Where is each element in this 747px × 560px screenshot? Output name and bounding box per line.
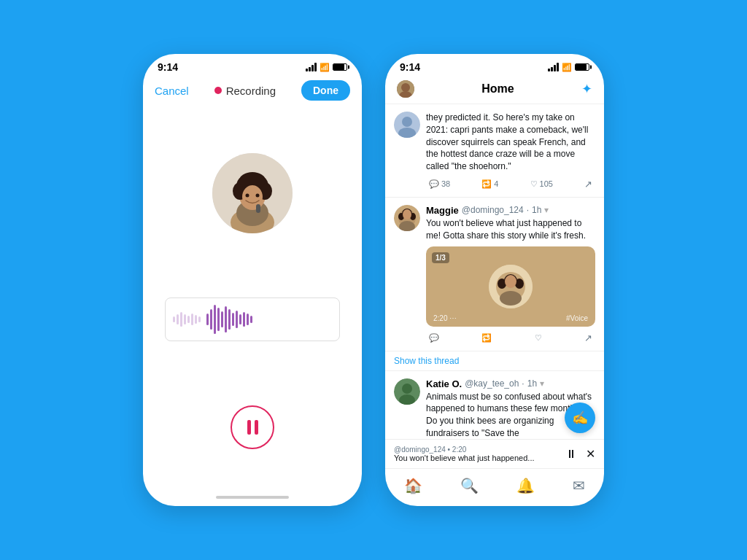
- status-bar-right: 9:14 📶: [385, 54, 604, 76]
- chevron-down-icon-3[interactable]: ▾: [540, 378, 544, 389]
- retweet-count: 4: [494, 179, 498, 188]
- signal-icon-right: [548, 63, 559, 71]
- right-phone: 9:14 📶 Home ✦: [385, 54, 604, 506]
- tweet-actions-2[interactable]: 💬 🔁 ♡ ↗: [426, 332, 595, 343]
- recording-indicator: Recording: [214, 85, 276, 97]
- voice-card-avatar: [489, 265, 533, 308]
- recording-content: [143, 106, 362, 496]
- home-title: Home: [481, 82, 514, 96]
- tweet-actions-1[interactable]: 💬38 🔁4 ♡105 ↗: [426, 179, 595, 190]
- tweet-time-3: ·: [522, 378, 524, 389]
- svg-point-24: [403, 209, 411, 219]
- nav-search[interactable]: 🔍: [460, 477, 479, 494]
- tweet-text-2: You won't believe what just happened to …: [426, 217, 595, 242]
- player-text: You won't believe what just happened...: [394, 454, 565, 462]
- svg-point-17: [402, 117, 412, 127]
- status-icons-left: 📶: [306, 63, 347, 72]
- tweet-body-1: they predicted it. So here's my take on …: [426, 112, 595, 190]
- like-count: 105: [540, 179, 553, 188]
- waveform-active: [206, 305, 252, 334]
- compose-icon: ✍: [572, 410, 588, 426]
- share-action-2[interactable]: ↗: [584, 332, 592, 343]
- svg-rect-12: [256, 204, 260, 213]
- twitter-header: Home ✦: [385, 76, 604, 104]
- user-avatar: [212, 153, 293, 233]
- pause-button[interactable]: [231, 405, 274, 449]
- tweet-meta-2: Maggie @domingo_124 · 1h ▾: [426, 205, 595, 216]
- like-action-2[interactable]: ♡: [535, 332, 542, 343]
- nav-notifications[interactable]: 🔔: [516, 477, 535, 494]
- status-bar-left: 9:14 📶: [143, 54, 362, 76]
- wifi-icon-right: 📶: [562, 63, 572, 72]
- voice-card-time: 2:20 ⋯: [433, 314, 457, 322]
- player-controls[interactable]: ⏸ ✕: [565, 447, 595, 461]
- wifi-icon: 📶: [320, 63, 330, 72]
- player-handle: @domingo_124 • 2:20: [394, 446, 565, 454]
- svg-point-32: [500, 291, 522, 306]
- svg-point-10: [246, 194, 249, 198]
- recording-header: Cancel Recording Done: [143, 76, 362, 106]
- tweet-avatar-2: [394, 205, 420, 231]
- player-info: @domingo_124 • 2:20 You won't believe wh…: [394, 446, 565, 462]
- share-action[interactable]: ↗: [584, 179, 592, 190]
- cancel-button[interactable]: Cancel: [155, 85, 189, 97]
- tweet-body-2: Maggie @domingo_124 · 1h ▾ You won't bel…: [426, 205, 595, 343]
- tweet-avatar-3: [394, 378, 420, 405]
- waveform-left: [173, 312, 201, 327]
- home-bar: [216, 496, 289, 499]
- tweet-time-3b: 1h: [527, 378, 537, 389]
- retweet-action-2[interactable]: 🔁: [481, 332, 492, 343]
- svg-point-11: [256, 194, 260, 198]
- tweet-text-1: they predicted it. So here's my take on …: [426, 112, 595, 173]
- sparkle-icon[interactable]: ✦: [581, 81, 592, 97]
- tweet-meta-3: Katie O. @kay_tee_oh · 1h ▾: [426, 378, 595, 389]
- retweet-action[interactable]: 🔁4: [481, 179, 498, 190]
- tweet-1: they predicted it. So here's my take on …: [385, 104, 604, 198]
- battery-icon: [333, 63, 347, 71]
- battery-icon-right: [575, 63, 589, 71]
- svg-point-34: [402, 384, 412, 394]
- recording-dot: [214, 87, 222, 94]
- bottom-nav: 🏠 🔍 🔔 ✉: [385, 468, 604, 506]
- status-icons-right: 📶: [548, 63, 589, 72]
- player-close-button[interactable]: ✕: [586, 447, 595, 461]
- show-thread-link[interactable]: Show this thread: [385, 351, 604, 371]
- time-right: 9:14: [400, 61, 420, 73]
- tweet-time-2: ·: [527, 205, 529, 215]
- done-button[interactable]: Done: [301, 80, 350, 101]
- left-phone: 9:14 📶 Cancel Recording Done: [143, 54, 362, 506]
- tweet-handle-2: @domingo_124: [462, 205, 524, 215]
- pause-icon: [247, 420, 258, 435]
- compose-fab[interactable]: ✍: [565, 402, 595, 433]
- voice-card-tag: #Voice: [566, 314, 588, 322]
- signal-icon: [306, 63, 317, 71]
- tweet-name-2: Maggie: [426, 205, 459, 216]
- like-action[interactable]: ♡105: [530, 179, 553, 190]
- waveform-container: [165, 298, 340, 341]
- voice-card-info: 2:20 ⋯ #Voice: [433, 314, 588, 322]
- nav-messages[interactable]: ✉: [573, 477, 585, 494]
- svg-point-31: [505, 275, 516, 288]
- reply-count: 38: [441, 179, 450, 188]
- nav-home[interactable]: 🏠: [404, 477, 422, 494]
- audio-player-bar: @domingo_124 • 2:20 You won't believe wh…: [385, 439, 604, 468]
- voice-badge: 1/3: [432, 252, 449, 263]
- tweet-2: Maggie @domingo_124 · 1h ▾ You won't bel…: [385, 198, 604, 351]
- tweet-name-3: Katie O.: [426, 378, 462, 389]
- chevron-down-icon[interactable]: ▾: [544, 205, 549, 215]
- header-avatar: [397, 80, 414, 98]
- tweet-avatar-1: [394, 112, 420, 138]
- tweet-handle-3: @kay_tee_oh: [465, 378, 519, 389]
- reply-action[interactable]: 💬38: [429, 179, 450, 190]
- svg-point-14: [401, 83, 410, 92]
- time-left: 9:14: [158, 61, 178, 73]
- tweet-time-2b: 1h: [532, 205, 541, 215]
- voice-card[interactable]: 1/3 2:20 ⋯ #Voice: [426, 246, 595, 327]
- player-pause-button[interactable]: ⏸: [565, 448, 577, 461]
- recording-label: Recording: [226, 85, 276, 97]
- reply-action-2[interactable]: 💬: [429, 332, 439, 343]
